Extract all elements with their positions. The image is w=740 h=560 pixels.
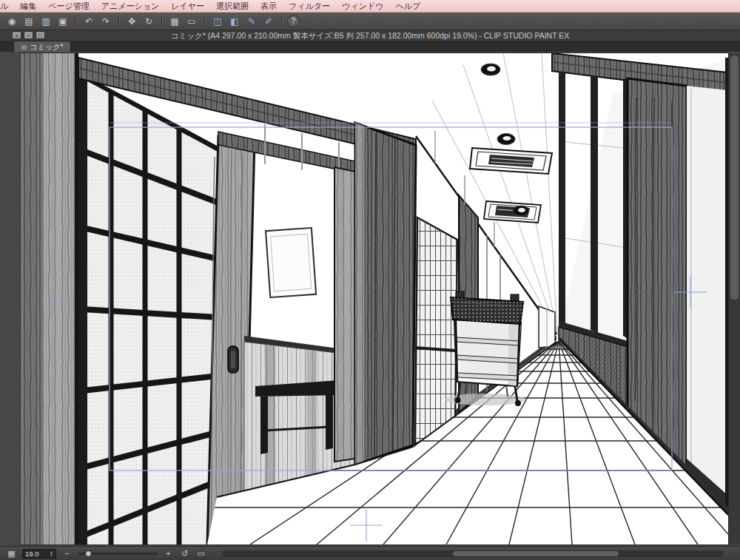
menu-item-layer[interactable]: レイヤー	[165, 0, 210, 12]
menu-item-edit[interactable]: 編集	[14, 0, 42, 12]
zoom-slider[interactable]	[78, 553, 158, 555]
snap-ruler-icon[interactable]: ◫	[210, 15, 225, 28]
toolbar-separator	[204, 16, 205, 27]
new-canvas-icon[interactable]: ▤	[21, 15, 36, 28]
open-file-icon[interactable]: ▥	[38, 15, 53, 28]
menu-item-animation[interactable]: アニメーション	[95, 0, 166, 12]
help-icon[interactable]: ?	[287, 15, 300, 27]
menu-item-selection[interactable]: 選択範囲	[210, 0, 255, 12]
dark-sliding-door	[355, 123, 416, 465]
horizontal-scrollbar[interactable]	[222, 550, 724, 557]
pen-settings-icon[interactable]: ✐	[261, 15, 276, 28]
menu-item-filter[interactable]: フィルター	[283, 0, 336, 12]
fit-screen-icon[interactable]: ▭	[195, 547, 206, 560]
wood-pillar-left	[21, 53, 78, 544]
pen-tool-icon[interactable]: ✎	[244, 15, 259, 28]
door-handle	[228, 346, 238, 373]
document-title-bar: × − □ コミック* (A4 297.00 x 210.00mm 製本サイズ:…	[0, 30, 740, 41]
save-file-icon[interactable]: ▣	[56, 15, 70, 28]
page-icon: ▤	[21, 41, 27, 53]
zoom-value: 19.0	[25, 550, 50, 558]
canvas-artwork[interactable]	[21, 53, 728, 544]
redo-icon[interactable]: ↷	[98, 15, 113, 28]
navigator-icon[interactable]: ▦	[6, 547, 17, 560]
document-title: コミック* (A4 297.00 x 210.00mm 製本サイズ:B5 判 2…	[171, 31, 570, 40]
shoji-screen-left	[78, 71, 218, 544]
zoom-step-down-icon[interactable]: ▼	[50, 553, 53, 557]
grid-icon[interactable]: ▦	[167, 15, 182, 28]
menu-item-window[interactable]: ウィンドウ	[336, 0, 389, 12]
selection-icon[interactable]: ▭	[184, 15, 199, 28]
hallway-shoji-door	[413, 216, 460, 447]
wood-post-mid	[334, 167, 355, 462]
transform-icon[interactable]: ✥	[124, 15, 139, 28]
menu-item-view[interactable]: 表示	[255, 0, 283, 12]
toolbar-separator	[118, 16, 119, 27]
menu-bar: ル 編集 ページ管理 アニメーション レイヤー 選択範囲 表示 フィルター ウィ…	[0, 0, 740, 13]
room-poster	[266, 228, 316, 297]
tab-comic-document[interactable]: ▤ コミック*	[13, 41, 71, 52]
zoom-slider-thumb[interactable]	[85, 550, 92, 557]
status-bar: ▦ 19.0 ▲ ▼ − + ↺ ▭	[0, 546, 740, 560]
close-button[interactable]: ×	[12, 31, 21, 39]
restore-button[interactable]: □	[36, 31, 45, 39]
app-logo-icon[interactable]: ◉	[4, 15, 19, 28]
vertical-scrollbar-thumb[interactable]	[730, 55, 739, 300]
menu-item-file[interactable]: ル	[0, 0, 14, 12]
minimize-button[interactable]: −	[24, 31, 33, 39]
ceiling-ac-unit-1	[470, 148, 552, 174]
hallway-end-door	[539, 306, 555, 348]
undo-icon[interactable]: ↶	[81, 15, 96, 28]
window-controls: × − □	[12, 31, 45, 39]
ceiling-ac-unit-2	[484, 201, 541, 223]
rotate-reset-icon[interactable]: ↺	[179, 547, 190, 560]
zoom-out-icon[interactable]: −	[61, 547, 73, 560]
right-white-panel	[687, 86, 728, 507]
rotate-view-icon[interactable]: ↻	[141, 15, 156, 28]
zoom-level-field[interactable]: 19.0 ▲ ▼	[22, 549, 56, 559]
zoom-steppers[interactable]: ▲ ▼	[50, 550, 53, 557]
tab-label: コミック*	[30, 41, 64, 53]
toolbar-separator	[75, 16, 76, 27]
menu-item-help[interactable]: ヘルプ	[389, 0, 426, 12]
vertical-scrollbar[interactable]	[728, 53, 740, 544]
canvas-workspace	[0, 52, 740, 546]
menu-item-page-manage[interactable]: ページ管理	[42, 0, 95, 12]
main-toolbar: ◉ ▤ ▥ ▣ ↶ ↷ ✥ ↻ ▦ ▭ ◫ ◧ ✎ ✐ ?	[0, 13, 740, 30]
toolbar-separator	[281, 16, 282, 27]
horizontal-scrollbar-thumb[interactable]	[453, 551, 619, 556]
canvas-tab-bar: ▤ コミック*	[0, 41, 740, 52]
zoom-in-icon[interactable]: +	[163, 547, 174, 560]
snap-special-icon[interactable]: ◧	[227, 15, 242, 28]
toolbar-separator	[161, 16, 162, 27]
